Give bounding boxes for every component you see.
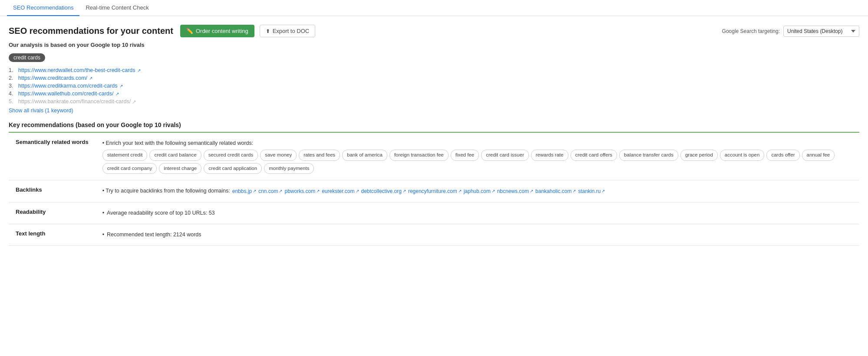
rival-rank: 1.	[9, 67, 17, 73]
external-link-icon: ↗	[119, 84, 124, 88]
table-row-semantically-related: Semantically related words • Enrich your…	[9, 132, 859, 180]
rival-item: 2. https://www.creditcards.com/ ↗	[9, 75, 859, 81]
semantic-tag: statement credit	[102, 150, 148, 161]
rec-content-readability: Average readability score of top 10 URLs…	[96, 202, 859, 224]
rival-link[interactable]: https://www.creditcards.com/	[18, 75, 87, 81]
keyword-badge: credit cards	[9, 53, 45, 62]
rival-item: 1. https://www.nerdwallet.com/the-best-c…	[9, 67, 859, 73]
rival-item: 4. https://www.wallethub.com/credit-card…	[9, 91, 859, 97]
semantic-tag: credit card company	[102, 163, 157, 174]
readability-text: Average readability score of top 10 URLs…	[102, 209, 852, 218]
semantic-tag: secured credit cards	[204, 150, 258, 161]
recommendations-table: Semantically related words • Enrich your…	[9, 132, 859, 246]
rec-label-readability: Readability	[9, 202, 96, 224]
rec-content-backlinks: • Try to acquire backlinks from the foll…	[96, 180, 859, 202]
backlink-domain[interactable]: eurekster.com↗	[322, 187, 359, 196]
backlinks-content: • Try to acquire backlinks from the foll…	[102, 186, 852, 196]
rival-item-faded: 5. https://www.bankrate.com/finance/cred…	[9, 98, 859, 105]
semantic-tag: credit card application	[204, 163, 262, 174]
rivals-list: 1. https://www.nerdwallet.com/the-best-c…	[9, 67, 859, 105]
backlink-domain[interactable]: debtcollective.org↗	[361, 187, 406, 196]
backlink-domain[interactable]: regencyfurniture.com↗	[408, 187, 462, 196]
main-content: SEO recommendations for your content ✏️ …	[0, 16, 868, 255]
targeting-select[interactable]: United States (Desktop) United Kingdom (…	[783, 26, 859, 37]
semantic-tag: rates and fees	[299, 150, 340, 161]
rival-rank: 4.	[9, 91, 17, 97]
rival-link[interactable]: https://www.wallethub.com/credit-cards/	[18, 91, 114, 97]
external-link-icon: ↗	[253, 187, 256, 195]
rival-rank: 2.	[9, 75, 17, 81]
rival-link[interactable]: https://www.nerdwallet.com/the-best-cred…	[18, 67, 135, 73]
external-link-icon: ↗	[89, 76, 94, 81]
rival-item: 3. https://www.creditkarma.com/credit-ca…	[9, 83, 859, 89]
tab-seo-recommendations[interactable]: SEO Recommendations	[7, 0, 79, 16]
tab-realtime-content-check[interactable]: Real-time Content Check	[79, 0, 155, 16]
page-title: SEO recommendations for your content	[9, 26, 173, 36]
tabs-bar: SEO Recommendations Real-time Content Ch…	[0, 0, 868, 16]
semantic-tag: save money	[260, 150, 297, 161]
external-link-icon: ↗	[316, 187, 320, 195]
export-button-label: Export to DOC	[273, 28, 310, 34]
header-row: SEO recommendations for your content ✏️ …	[9, 25, 859, 37]
semantic-tag: bank of america	[342, 150, 387, 161]
show-all-rivals-link[interactable]: Show all rivals (1 keyword)	[9, 108, 73, 114]
order-content-writing-button[interactable]: ✏️ Order content writing	[180, 25, 254, 37]
external-link-icon: ↗	[356, 187, 359, 195]
external-link-icon: ↗	[279, 187, 282, 195]
semantic-tag: cards offer	[766, 150, 799, 161]
semantic-tag: grace period	[680, 150, 718, 161]
backlink-domain[interactable]: stankin.ru↗	[578, 187, 605, 196]
external-link-icon: ↗	[137, 68, 142, 73]
external-link-icon: ↗	[530, 187, 533, 195]
backlinks-intro: • Try to acquire backlinks from the foll…	[102, 186, 230, 196]
key-recommendations-title: Key recommendations (based on your Googl…	[9, 121, 859, 128]
table-row-backlinks: Backlinks • Try to acquire backlinks fro…	[9, 180, 859, 202]
export-to-doc-button[interactable]: ⬆ Export to DOC	[260, 25, 316, 37]
backlink-domain[interactable]: nbcnews.com↗	[497, 187, 533, 196]
rival-rank: 5.	[9, 98, 17, 105]
rec-label-backlinks: Backlinks	[9, 180, 96, 202]
semantic-tag: annual fee	[802, 150, 835, 161]
semantic-tag: account is open	[720, 150, 765, 161]
semantically-intro: • Enrich your text with the following se…	[102, 139, 852, 148]
semantic-tag: balance transfer cards	[619, 150, 678, 161]
semantic-tag: credit card offers	[571, 150, 617, 161]
rival-link[interactable]: https://www.bankrate.com/finance/credit-…	[18, 98, 131, 105]
semantic-tag: foreign transaction fee	[389, 150, 449, 161]
semantic-tag: credit card issuer	[481, 150, 529, 161]
analysis-subheading: Our analysis is based on your Google top…	[9, 42, 859, 48]
backlink-domain[interactable]: japhub.com↗	[464, 187, 495, 196]
upload-icon: ⬆	[266, 28, 270, 34]
external-link-icon: ↗	[458, 187, 462, 195]
rival-link[interactable]: https://www.creditkarma.com/credit-cards	[18, 83, 118, 89]
semantic-tag: fixed fee	[451, 150, 479, 161]
semantic-tag: rewards rate	[531, 150, 568, 161]
edit-icon: ✏️	[186, 28, 193, 34]
semantically-tags: statement creditcredit card balancesecur…	[102, 150, 852, 174]
backlink-domain[interactable]: pbworks.com↗	[284, 187, 320, 196]
table-row-readability: Readability Average readability score of…	[9, 202, 859, 224]
rec-content-semantically-related: • Enrich your text with the following se…	[96, 132, 859, 180]
external-link-icon: ↗	[492, 187, 495, 195]
rec-content-text-length: Recommended text length: 2124 words	[96, 224, 859, 245]
external-link-icon: ↗	[572, 187, 576, 195]
external-link-icon: ↗	[132, 99, 137, 104]
targeting-label: Google Search targeting:	[722, 28, 780, 34]
targeting-area: Google Search targeting: United States (…	[722, 26, 859, 37]
backlink-domain[interactable]: cnn.com↗	[258, 187, 282, 196]
text-length-text: Recommended text length: 2124 words	[102, 230, 852, 239]
rec-label-text-length: Text length	[9, 224, 96, 245]
rec-label-semantically-related: Semantically related words	[9, 132, 96, 180]
external-link-icon: ↗	[601, 187, 605, 195]
external-link-icon: ↗	[116, 91, 120, 96]
semantic-tag: interest charge	[159, 163, 201, 174]
semantic-tag: credit card balance	[149, 150, 201, 161]
semantic-tag: monthly payments	[264, 163, 314, 174]
order-button-label: Order content writing	[196, 28, 248, 34]
rival-rank: 3.	[9, 83, 17, 89]
backlink-domain[interactable]: bankaholic.com↗	[535, 187, 576, 196]
table-row-text-length: Text length Recommended text length: 212…	[9, 224, 859, 245]
external-link-icon: ↗	[403, 187, 406, 195]
backlink-domain[interactable]: enbbs.jp↗	[232, 187, 256, 196]
